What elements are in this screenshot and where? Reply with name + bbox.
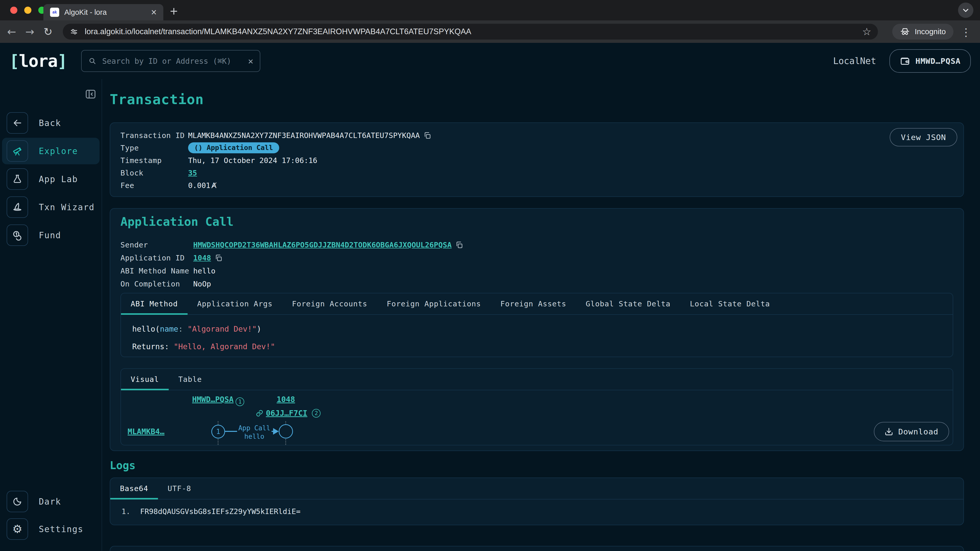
wallet-button[interactable]: HMWD…PQSA [889,49,971,73]
main-content: Transaction Transaction ID MLAMKB4ANXZ5N… [102,79,980,551]
download-button[interactable]: Download [874,422,949,441]
fee-value: 0.001 [188,181,210,190]
tab-base64[interactable]: Base64 [110,478,158,499]
transaction-id-value: MLAMKB4ANXZ5NA2XY7ZNF3EAIROHVWPAB4A7CLT6… [188,131,420,140]
algo-symbol: Ⱥ [211,181,216,190]
abi-method-panel: hello(name: "Algorand Dev!") Returns: "H… [121,315,953,361]
tab-global-state-delta[interactable]: Global State Delta [576,293,680,314]
type-row: Type () Application Call [121,141,953,154]
graph-group-header[interactable]: 06JJ…F7CI2 [247,409,329,418]
graph-application-header[interactable]: 1048 [266,395,306,404]
browser-forward-button[interactable]: → [25,25,34,38]
flask-icon [6,168,28,190]
sidebar: Back Explore App Lab Txn Wizard [0,79,102,551]
app-call-detail-tabs-card: ABI Method Application Args Foreign Acco… [121,293,953,357]
tab-search-chevron-icon[interactable] [958,3,974,18]
sender-row: Sender HMWDSHQCOPD2T36WBAHLAZ6PO5GDJJZBN… [121,238,953,251]
graph-account-header[interactable]: HMWD…PQSA1 [185,395,251,406]
tab-table[interactable]: Table [169,369,212,390]
browser-tab[interactable]: ak AlgoKit - lora × [43,4,163,21]
logs-card: Base64 UTF-8 1. FR98dQAUSGVsbG8sIEFsZ29y… [110,478,964,525]
download-icon [885,427,893,436]
tab-utf8[interactable]: UTF-8 [158,478,201,499]
app-header: [lora] Search by ID or Address (⌘K) ✕ Lo… [0,43,980,79]
sidebar-collapse-button[interactable] [85,88,97,100]
close-window-button[interactable] [10,6,18,14]
graph-target-node [279,424,293,438]
fee-row: Fee 0.001Ⱥ [121,179,953,192]
url-bar[interactable]: lora.algokit.io/localnet/transaction/MLA… [63,24,878,40]
sidebar-item-back[interactable]: Back [0,112,102,134]
search-clear-icon[interactable]: ✕ [248,56,253,66]
abi-method-row: ABI Method Name hello [121,264,953,277]
copy-icon[interactable] [215,254,222,262]
sidebar-item-explore[interactable]: Explore [0,140,102,162]
log-entry-value: FR98dQAUSGVsbG8sIEFsZ29yYW5kIERldiE= [140,507,301,516]
tab-close-icon[interactable]: × [151,7,157,17]
tab-abi-method[interactable]: ABI Method [121,293,188,314]
sidebar-nav: Back Explore App Lab Txn Wizard [0,112,102,246]
browser-toolbar: ← → ↻ lora.algokit.io/localnet/transacti… [0,21,980,43]
graph-source-node: 1 [211,425,225,438]
search-input[interactable]: Search by ID or Address (⌘K) ✕ [81,50,260,72]
sender-link[interactable]: HMWDSHQCOPD2T36WBAHLAZ6PO5GDJJZBN4D2TODK… [193,241,452,249]
tab-foreign-assets[interactable]: Foreign Assets [491,293,576,314]
abi-method-value: hello [193,267,953,275]
minimize-window-button[interactable] [24,6,32,14]
site-info-icon[interactable] [69,27,79,36]
incognito-label: Incognito [915,27,946,36]
new-tab-button[interactable]: + [170,3,178,19]
lora-logo[interactable]: [lora] [9,51,67,71]
copy-icon[interactable] [423,132,431,139]
transaction-id-row: Transaction ID MLAMKB4ANXZ5NA2XY7ZNF3EAI… [121,129,953,141]
visual-tabs: Visual Table [121,369,953,390]
browser-back-button[interactable]: ← [7,25,16,38]
tab-foreign-applications[interactable]: Foreign Applications [377,293,490,314]
sidebar-item-theme-dark[interactable]: Dark [0,491,102,512]
sidebar-item-txn-wizard[interactable]: Txn Wizard [0,197,102,218]
application-call-heading: Application Call [121,215,234,229]
browser-tabstrip: ak AlgoKit - lora × + [0,0,980,21]
tab-application-args[interactable]: Application Args [188,293,282,314]
view-json-button[interactable]: View JSON [890,128,957,146]
url-text[interactable]: lora.algokit.io/localnet/transaction/MLA… [85,27,856,36]
logs-tabs: Base64 UTF-8 [110,478,963,499]
network-label[interactable]: LocalNet [833,56,876,66]
timestamp-value: Thu, 17 October 2024 17:06:16 [188,156,953,165]
tab-local-state-delta[interactable]: Local State Delta [680,293,780,314]
detail-tabs: ABI Method Application Args Foreign Acco… [121,293,953,315]
window-controls [10,6,45,14]
bookmark-star-icon[interactable]: ☆ [862,26,871,38]
browser-menu-icon[interactable]: ⋮ [961,26,971,38]
graph-edge-label: App Callhello [237,424,272,441]
copy-icon[interactable] [455,241,463,249]
browser-reload-button[interactable]: ↻ [43,25,52,38]
sidebar-item-fund[interactable]: Fund [0,224,102,246]
wallet-icon [900,56,910,66]
transaction-visual-card: Visual Table HMWD…PQSA1 1048 06JJ…F7CI2 … [121,368,953,445]
graph-transaction-link[interactable]: MLAMKB4… [127,427,165,436]
sidebar-item-app-lab[interactable]: App Lab [0,168,102,190]
graph-edge-line [225,431,237,432]
incognito-badge: Incognito [892,24,953,40]
tab-favicon: ak [50,8,59,17]
application-id-link[interactable]: 1048 [193,254,211,262]
block-link[interactable]: 35 [188,168,197,177]
sidebar-item-settings[interactable]: ⚙ Settings [0,518,102,540]
tab-visual[interactable]: Visual [121,369,169,390]
application-id-row: Application ID 1048 [121,251,953,264]
log-entry: 1. FR98dQAUSGVsbG8sIEFsZ29yYW5kIERldiE= [110,499,963,524]
tab-title: AlgoKit - lora [64,8,146,17]
tab-foreign-accounts[interactable]: Foreign Accounts [282,293,377,314]
coins-icon [6,224,28,246]
block-row: Block 35 [121,167,953,179]
search-placeholder: Search by ID or Address (⌘K) [102,57,231,65]
next-section-card-edge [110,546,964,551]
telescope-icon [6,140,28,162]
transaction-graph: HMWD…PQSA1 1048 06JJ…F7CI2 MLAMKB4… 1 Ap… [121,389,953,445]
timestamp-row: Timestamp Thu, 17 October 2024 17:06:16 [121,154,953,167]
abi-returns: Returns: "Hello, Algorand Dev!" [132,342,942,351]
lora-app: [lora] Search by ID or Address (⌘K) ✕ Lo… [0,43,980,551]
sidebar-footer: Dark ⚙ Settings [0,491,102,551]
abi-call-signature: hello(name: "Algorand Dev!") [132,324,942,333]
